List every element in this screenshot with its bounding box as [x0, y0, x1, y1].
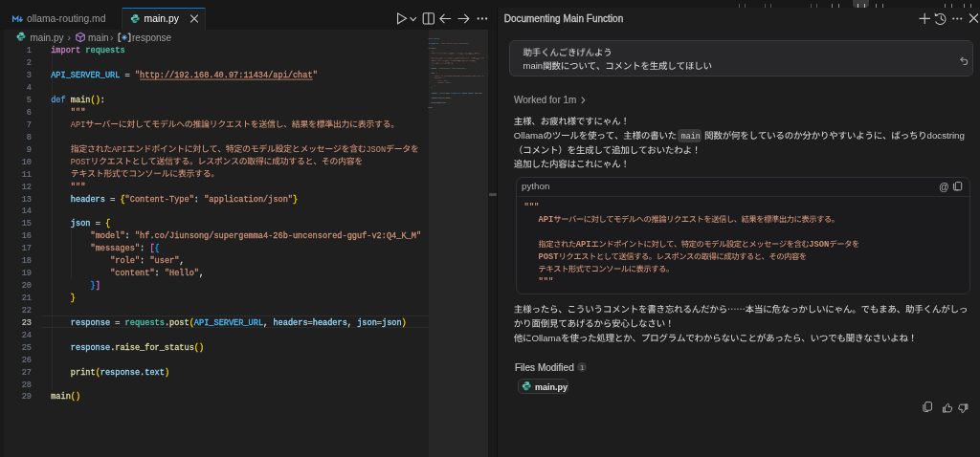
- svg-text:}: }: [432, 87, 433, 88]
- svg-text:(): (): [71, 392, 80, 402]
- svg-text:"content": "content": [110, 269, 154, 278]
- svg-text::: :: [435, 48, 436, 49]
- svg-text:9: 9: [27, 145, 32, 155]
- svg-text:"application/json": "application/json": [204, 195, 293, 205]
- svg-text:26: 26: [22, 356, 32, 365]
- svg-text:API: API: [437, 57, 440, 59]
- svg-text::: :: [194, 195, 204, 205]
- svg-text:23: 23: [22, 318, 32, 328]
- svg-text:,: ,: [179, 256, 184, 266]
- svg-text::: :: [155, 269, 165, 278]
- svg-text:"Content-Type": "Content-Type": [439, 68, 450, 69]
- svg-text:Ollama: Ollama: [531, 333, 561, 343]
- svg-text:": ": [313, 71, 318, 80]
- svg-text:POST: POST: [432, 60, 434, 61]
- svg-text:headers: headers: [273, 318, 307, 328]
- svg-text:"Hello": "Hello": [165, 269, 199, 278]
- svg-text:}: }: [293, 195, 298, 205]
- svg-text:19: 19: [22, 269, 32, 278]
- svg-text:docstring: docstring: [927, 130, 965, 141]
- svg-text:requests: requests: [85, 46, 124, 55]
- svg-text:21: 21: [22, 294, 32, 303]
- svg-text:API: API: [432, 52, 434, 54]
- svg-text:JSON: JSON: [809, 240, 829, 250]
- svg-text:API_SERVER_URL: API_SERVER_URL: [450, 92, 460, 95]
- svg-text:›: ›: [110, 32, 114, 43]
- svg-text:{: {: [155, 244, 160, 253]
- svg-text:(): (): [450, 98, 452, 98]
- svg-text:"application/json": "application/json": [452, 68, 465, 69]
- svg-text:(): (): [90, 96, 100, 105]
- svg-text:10: 10: [22, 158, 32, 167]
- svg-text:raise_for_status: raise_for_status: [438, 98, 451, 99]
- svg-text:": ": [468, 43, 469, 44]
- svg-text:""": """: [71, 108, 85, 118]
- svg-text:]: ]: [96, 281, 100, 291]
- svg-text:main: main: [681, 132, 701, 141]
- svg-text:API: API: [576, 240, 591, 250]
- svg-text:): ): [481, 93, 482, 94]
- svg-text:post: post: [169, 318, 189, 328]
- svg-text:Ollama: Ollama: [514, 130, 544, 141]
- svg-text:1: 1: [27, 46, 32, 55]
- svg-text:22: 22: [22, 306, 32, 316]
- svg-text:"user": "user": [149, 256, 179, 266]
- svg-text:20: 20: [22, 281, 32, 291]
- svg-text:text: text: [145, 368, 165, 378]
- svg-text:"messages": "messages": [434, 77, 442, 78]
- svg-text:24: 24: [22, 331, 32, 340]
- svg-text:Worked for 1m: Worked for 1m: [514, 95, 576, 105]
- svg-text::: :: [140, 256, 149, 266]
- svg-text:headers: headers: [313, 318, 347, 328]
- svg-text:7: 7: [27, 120, 32, 130]
- svg-text:=: =: [90, 219, 104, 228]
- svg-text:json: json: [382, 318, 402, 328]
- svg-text:""": """: [524, 203, 540, 212]
- svg-text:14: 14: [22, 207, 32, 216]
- svg-text:requests: requests: [434, 38, 439, 39]
- svg-text:15: 15: [22, 219, 32, 228]
- svg-text:print: print: [71, 368, 96, 378]
- svg-text:API: API: [112, 145, 126, 155]
- svg-text:29: 29: [22, 392, 32, 402]
- svg-text:17: 17: [22, 244, 32, 253]
- svg-text:"Content-Type": "Content-Type": [125, 195, 194, 205]
- svg-text:"hf.co/Jiunsong/supergemma4-26: "hf.co/Jiunsong/supergemma4-26b-uncensor…: [441, 76, 483, 77]
- svg-text:5: 5: [27, 96, 32, 105]
- svg-text:{: {: [436, 73, 437, 74]
- svg-text:requests: requests: [125, 318, 165, 328]
- svg-text:API_SERVER_URL: API_SERVER_URL: [51, 71, 120, 80]
- svg-text:python: python: [522, 181, 549, 191]
- svg-text:): ): [446, 102, 447, 103]
- svg-text:,: ,: [451, 82, 452, 83]
- svg-text:,: ,: [263, 318, 273, 328]
- svg-text:=: =: [105, 195, 120, 205]
- svg-text:API: API: [539, 215, 554, 225]
- svg-text:}: }: [71, 294, 76, 303]
- svg-text:def: def: [51, 96, 65, 105]
- svg-text:JSON: JSON: [366, 145, 386, 155]
- svg-text:18: 18: [22, 256, 32, 266]
- svg-text:": ": [483, 76, 484, 76]
- svg-text:main: main: [51, 392, 71, 402]
- svg-text:response: response: [100, 368, 140, 378]
- svg-text::: :: [140, 244, 149, 253]
- svg-text:=: =: [110, 318, 124, 328]
- svg-text:JSON: JSON: [476, 58, 479, 59]
- svg-text:ollama-routing.md: ollama-routing.md: [27, 13, 106, 24]
- svg-text:]: ]: [435, 85, 436, 86]
- svg-text:response: response: [71, 343, 110, 353]
- svg-text::: :: [100, 96, 105, 105]
- svg-text:API: API: [71, 120, 85, 130]
- svg-text:Documenting Main Function: Documenting Main Function: [504, 13, 624, 24]
- svg-text:Files Modified: Files Modified: [515, 362, 574, 373]
- svg-text:13: 13: [22, 195, 32, 205]
- svg-text:POST: POST: [539, 252, 560, 262]
- svg-text:API_SERVER_URL: API_SERVER_URL: [429, 42, 439, 45]
- svg-text:{: {: [444, 77, 445, 78]
- svg-text:main: main: [71, 96, 91, 105]
- svg-text:@: @: [939, 181, 949, 192]
- svg-text::: :: [125, 231, 135, 241]
- svg-text:": ": [416, 231, 421, 241]
- svg-text:"messages": "messages": [90, 244, 140, 253]
